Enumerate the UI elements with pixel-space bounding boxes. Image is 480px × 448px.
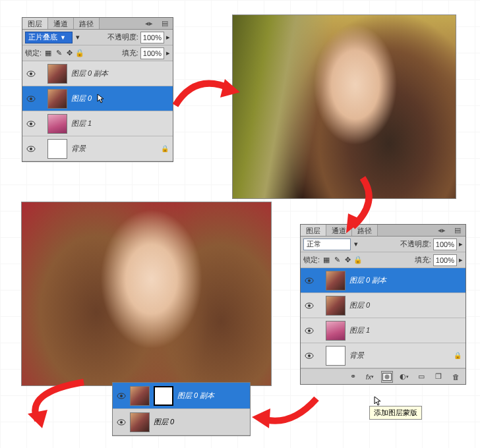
trash-icon[interactable]: 🗑 bbox=[450, 371, 462, 383]
panel-menu-icon[interactable]: ▤ bbox=[450, 225, 465, 236]
layer-name[interactable]: 背景 bbox=[71, 144, 86, 154]
blend-mode-select[interactable]: 正片叠底 ▼ bbox=[25, 32, 73, 43]
layer-thumb[interactable] bbox=[326, 296, 345, 316]
lock-transparent-icon[interactable]: ▦ bbox=[322, 256, 331, 265]
result-image-1 bbox=[232, 14, 456, 199]
svg-point-11 bbox=[308, 304, 311, 307]
layer-row[interactable]: 图层 0 副本 bbox=[22, 61, 173, 86]
layer-thumb[interactable] bbox=[47, 64, 67, 84]
dropdown-toggle-icon[interactable]: ▾ bbox=[76, 33, 80, 42]
layer-name[interactable]: 背景 bbox=[349, 350, 364, 360]
layer-thumb[interactable] bbox=[326, 346, 345, 366]
add-mask-icon[interactable] bbox=[381, 371, 393, 383]
opacity-flyout-icon[interactable]: ▸ bbox=[459, 240, 463, 248]
tooltip-add-mask: 添加图层蒙版 bbox=[369, 406, 422, 420]
lock-icons-group: ▦ ✎ ✥ 🔒 bbox=[322, 256, 363, 265]
svg-point-15 bbox=[308, 354, 311, 357]
layer-name[interactable]: 图层 1 bbox=[71, 119, 92, 128]
fill-input[interactable]: 100% bbox=[433, 254, 457, 266]
group-icon[interactable]: ▭ bbox=[415, 371, 427, 383]
lock-label: 锁定: bbox=[25, 48, 42, 58]
opacity-label: 不透明度: bbox=[107, 32, 138, 42]
svg-point-5 bbox=[30, 123, 32, 125]
blend-mode-value: 正片叠底 bbox=[28, 32, 57, 42]
panel-collapse-icon[interactable]: ◂▸ bbox=[434, 225, 450, 236]
visibility-toggle[interactable] bbox=[26, 69, 36, 78]
fx-icon[interactable]: fx▾ bbox=[364, 371, 376, 383]
visibility-toggle[interactable] bbox=[305, 276, 314, 285]
flow-arrow-2 bbox=[316, 173, 382, 241]
flow-arrow-3 bbox=[251, 392, 323, 441]
pointer-cursor-icon bbox=[97, 94, 106, 106]
layer-thumb[interactable] bbox=[130, 386, 150, 406]
lock-icons-group: ▦ ✎ ✥ 🔒 bbox=[44, 49, 84, 58]
link-layers-icon[interactable]: ⚭ bbox=[347, 371, 359, 383]
blend-opacity-row: 正片叠底 ▼ ▾ 不透明度: 100% ▸ bbox=[22, 30, 173, 45]
layer-thumb[interactable] bbox=[47, 139, 67, 159]
layer-row[interactable]: 图层 0 副本 bbox=[301, 268, 465, 293]
layer-row[interactable]: 图层 0 bbox=[22, 86, 173, 111]
lock-position-icon[interactable]: ✥ bbox=[343, 256, 352, 265]
result-image-2 bbox=[21, 202, 272, 386]
lock-image-icon[interactable]: ✎ bbox=[332, 256, 342, 265]
layer-mask-thumb[interactable] bbox=[154, 386, 173, 406]
layer-row[interactable]: 图层 1 bbox=[22, 111, 173, 136]
lock-icon: 🔒 bbox=[454, 352, 462, 359]
panel-menu-icon[interactable]: ▤ bbox=[157, 18, 173, 29]
layers-panel-1: 图层 通道 路径 ◂▸ ▤ 正片叠底 ▼ ▾ 不透明度: 100% ▸ 锁定: … bbox=[22, 17, 173, 162]
tab-channels[interactable]: 通道 bbox=[48, 18, 74, 29]
visibility-toggle[interactable] bbox=[305, 326, 314, 335]
layer-name[interactable]: 图层 0 bbox=[349, 300, 370, 310]
opacity-input[interactable]: 100% bbox=[433, 238, 457, 250]
layer-thumb[interactable] bbox=[130, 412, 150, 432]
layer-thumb[interactable] bbox=[326, 271, 345, 291]
lock-transparent-icon[interactable]: ▦ bbox=[44, 49, 53, 58]
tab-layers[interactable]: 图层 bbox=[22, 18, 48, 29]
opacity-flyout-icon[interactable]: ▸ bbox=[166, 33, 170, 42]
layer-row[interactable]: 背景 🔒 bbox=[22, 136, 173, 161]
visibility-toggle[interactable] bbox=[26, 94, 36, 103]
lock-position-icon[interactable]: ✥ bbox=[65, 49, 74, 58]
layer-row[interactable]: 背景 🔒 bbox=[301, 343, 465, 368]
layer-thumb[interactable] bbox=[47, 114, 67, 134]
opacity-label: 不透明度: bbox=[400, 239, 431, 249]
new-layer-icon[interactable]: ❐ bbox=[433, 371, 444, 383]
flow-arrow-1 bbox=[169, 66, 248, 134]
panel-collapse-icon[interactable]: ◂▸ bbox=[141, 18, 157, 29]
tab-paths[interactable]: 路径 bbox=[74, 18, 100, 29]
fill-flyout-icon[interactable]: ▸ bbox=[166, 49, 170, 57]
layer-row[interactable]: 图层 0 副本 bbox=[113, 383, 250, 409]
layer-list: 图层 0 副本 图层 0 图层 1 背景 🔒 bbox=[301, 268, 465, 368]
layer-row[interactable]: 图层 0 bbox=[113, 409, 250, 435]
layer-thumb[interactable] bbox=[326, 321, 345, 341]
lock-icon: 🔒 bbox=[161, 145, 169, 152]
visibility-toggle[interactable] bbox=[305, 301, 314, 310]
lock-all-icon[interactable]: 🔒 bbox=[75, 49, 84, 58]
layer-thumb[interactable] bbox=[47, 89, 67, 109]
layer-row[interactable]: 图层 1 bbox=[301, 318, 465, 343]
lock-image-icon[interactable]: ✎ bbox=[54, 49, 63, 58]
lock-all-icon[interactable]: 🔒 bbox=[353, 256, 363, 265]
opacity-input[interactable]: 100% bbox=[140, 32, 164, 43]
svg-point-7 bbox=[30, 148, 32, 150]
fill-flyout-icon[interactable]: ▸ bbox=[459, 256, 463, 264]
layer-name[interactable]: 图层 0 bbox=[154, 417, 174, 427]
layer-name[interactable]: 图层 0 副本 bbox=[349, 275, 386, 285]
layer-name[interactable]: 图层 0 副本 bbox=[71, 69, 108, 78]
svg-point-13 bbox=[308, 329, 311, 332]
layer-name[interactable]: 图层 1 bbox=[349, 325, 370, 335]
layers-panel-2: 图层 通道 路径 ◂▸ ▤ 正常 ▾ 不透明度: 100% ▸ 锁定: ▦ ✎ … bbox=[300, 224, 466, 385]
layer-list: 图层 0 副本 图层 0 图层 1 背景 🔒 bbox=[22, 61, 173, 161]
svg-point-3 bbox=[30, 98, 32, 100]
layers-panel-excerpt: 图层 0 副本 图层 0 bbox=[112, 382, 251, 436]
fill-input[interactable]: 100% bbox=[140, 47, 164, 59]
visibility-toggle[interactable] bbox=[26, 144, 36, 154]
adjustment-layer-icon[interactable]: ◐▾ bbox=[398, 371, 410, 383]
svg-point-9 bbox=[308, 279, 311, 282]
layer-name[interactable]: 图层 0 副本 bbox=[177, 391, 214, 401]
visibility-toggle[interactable] bbox=[26, 119, 36, 128]
dropdown-arrow-icon: ▼ bbox=[60, 34, 66, 41]
visibility-toggle[interactable] bbox=[305, 351, 314, 360]
layer-name[interactable]: 图层 0 bbox=[71, 94, 92, 103]
layer-row[interactable]: 图层 0 bbox=[301, 293, 465, 318]
